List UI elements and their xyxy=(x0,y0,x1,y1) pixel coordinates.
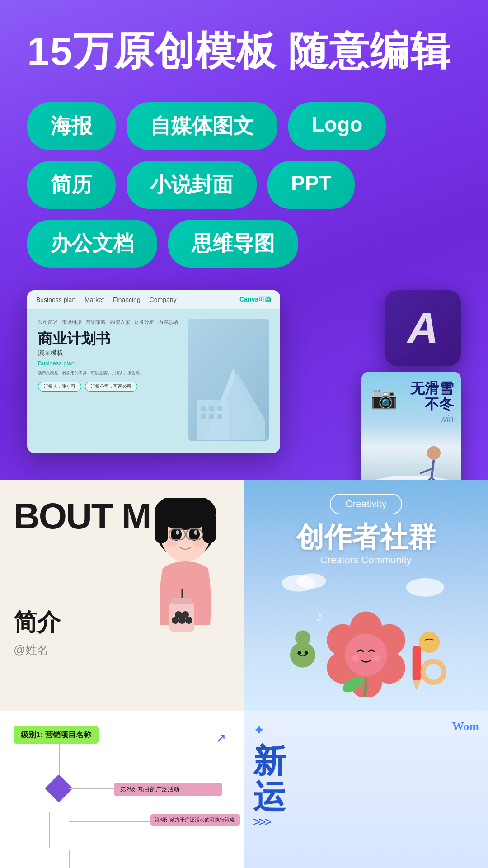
adobe-letter: A xyxy=(407,303,438,353)
mindmap-node-2: 第2级: 项目的广泛活动 xyxy=(114,783,222,796)
biz-nav: Business plan Market Financing Company xyxy=(36,296,177,303)
svg-point-36 xyxy=(182,611,189,618)
svg-point-22 xyxy=(176,530,179,535)
biz-nav-item-1: Business plan xyxy=(36,296,75,303)
biz-tag-company: 汇报公司：可画公司 xyxy=(85,382,137,392)
bottom-grid: BOUT M xyxy=(0,480,488,868)
biz-nav-item-3: Financing xyxy=(113,296,141,303)
sparkle-icon: ✦ xyxy=(253,722,265,739)
women-card: ✦ 新 运 >>> Wom xyxy=(244,711,488,868)
camera-icon: 📷 xyxy=(371,385,398,410)
mindmap-vline-1 xyxy=(59,742,60,778)
biz-main-title: 商业计划书 xyxy=(38,330,179,347)
mindmap-root: 级别1: 营销项目名称 xyxy=(14,726,99,744)
svg-point-52 xyxy=(290,642,315,667)
mindmap-card: 级别1: 营销项目名称 第2级: 项目的广泛活动 示例：受众研究 第3级: 致力… xyxy=(0,711,244,868)
svg-rect-2 xyxy=(197,400,229,440)
ski-line1: 无滑雪 xyxy=(410,381,454,396)
svg-rect-5 xyxy=(217,406,222,411)
biz-tag-reporter: 汇报人：张小可 xyxy=(38,382,81,392)
svg-point-23 xyxy=(194,530,197,535)
svg-point-35 xyxy=(175,611,182,618)
svg-point-27 xyxy=(166,540,177,547)
mindmap-hline-2 xyxy=(69,850,70,868)
svg-rect-19 xyxy=(202,512,216,543)
hero-section: 15万原创模板 随意编辑 海报 自媒体图文 Logo 简历 小说封面 PPT 办… xyxy=(0,0,488,480)
svg-point-48 xyxy=(345,634,387,676)
biz-english: Business plan xyxy=(38,360,179,367)
tag-grid: 海报 自媒体图文 Logo 简历 小说封面 PPT 办公文档 思维导图 xyxy=(27,102,461,268)
building-svg xyxy=(197,359,269,441)
svg-point-49 xyxy=(352,655,359,661)
svg-rect-57 xyxy=(413,646,421,680)
svg-text:♪: ♪ xyxy=(315,608,323,624)
tag-mindmap[interactable]: 思维导图 xyxy=(168,220,298,268)
svg-point-39 xyxy=(296,573,326,589)
biz-plan-card[interactable]: Business plan Market Financing Company C… xyxy=(27,290,280,453)
creator-title-en: Creators Community xyxy=(320,554,412,566)
svg-point-20 xyxy=(171,528,182,541)
biz-footer-url: www.canva.com xyxy=(242,453,271,453)
svg-rect-4 xyxy=(209,406,214,411)
wom-label: Wom xyxy=(452,720,479,733)
svg-line-12 xyxy=(420,469,432,473)
tag-office[interactable]: 办公文档 xyxy=(27,220,157,268)
svg-rect-6 xyxy=(201,414,206,419)
ski-text: 无滑雪 不冬 win xyxy=(410,381,454,425)
hero-title: 15万原创模板 随意编辑 xyxy=(27,27,461,75)
mindmap-inner: 级别1: 营销项目名称 第2级: 项目的广泛活动 示例：受众研究 第3级: 致力… xyxy=(9,722,235,868)
about-handle: @姓名 xyxy=(14,642,230,658)
mindmap-vline-2 xyxy=(49,812,50,848)
biz-footer: www.canva.com xyxy=(27,450,280,453)
svg-rect-18 xyxy=(155,512,168,543)
biz-tags-row: 汇报人：张小可 汇报公司：可画公司 xyxy=(38,382,179,392)
svg-point-50 xyxy=(373,655,380,661)
svg-rect-7 xyxy=(209,414,214,419)
ski-line2: 不冬 xyxy=(410,396,454,412)
biz-nav-item-4: Company xyxy=(150,296,177,303)
biz-card-body: 公司简述 · 市场概括 · 营销策略 · 融资方案 · 财务分析 · 内容总结 … xyxy=(27,310,280,450)
anime-girl-illustration xyxy=(136,498,235,643)
tag-logo[interactable]: Logo xyxy=(288,102,386,150)
template-preview-area: Business plan Market Financing Company C… xyxy=(27,290,461,462)
creator-card: Creativity 创作者社群 Creators Community xyxy=(244,480,488,711)
creator-svg: ♪ xyxy=(255,571,477,697)
biz-nav-item-2: Market xyxy=(84,296,104,303)
ski-win-text: win xyxy=(410,414,454,425)
ski-poster-card[interactable]: 📷 无滑雪 不冬 win xyxy=(361,372,461,498)
mindmap-hline-1 xyxy=(69,788,114,789)
svg-point-10 xyxy=(427,446,441,460)
tag-media[interactable]: 自媒体图文 xyxy=(127,102,277,150)
tag-ppt[interactable]: PPT xyxy=(267,161,355,209)
arrow-icon: ↗ xyxy=(216,731,226,745)
tag-resume[interactable]: 简历 xyxy=(27,161,116,209)
svg-point-56 xyxy=(419,632,440,653)
women-title-line2: 运 xyxy=(253,779,286,815)
svg-rect-30 xyxy=(172,598,192,604)
svg-rect-8 xyxy=(217,414,222,419)
mindmap-node-3: 第3级: 致力于广泛活动的可执行策略 xyxy=(150,814,240,826)
biz-content: 公司简述 · 市场概括 · 营销策略 · 融资方案 · 财务分析 · 内容总结 … xyxy=(38,319,179,441)
svg-rect-3 xyxy=(201,406,206,411)
biz-card-header: Business plan Market Financing Company C… xyxy=(27,290,280,310)
creator-title-zh: 创作者社群 xyxy=(296,522,436,552)
svg-point-55 xyxy=(305,651,308,654)
biz-breadcrumb: 公司简述 · 市场概括 · 营销策略 · 融资方案 · 财务分析 · 内容总结 xyxy=(38,319,179,326)
creator-illustration: ♪ xyxy=(255,571,477,697)
adobe-icon-card[interactable]: A xyxy=(385,290,461,366)
biz-sub-title: 演示模板 xyxy=(38,349,179,357)
svg-point-28 xyxy=(193,540,204,547)
biz-logo: Canva可画 xyxy=(239,296,271,304)
tag-novel[interactable]: 小说封面 xyxy=(127,161,257,209)
svg-point-21 xyxy=(189,528,200,541)
anime-girl-svg xyxy=(136,498,235,643)
tag-poster[interactable]: 海报 xyxy=(27,102,116,150)
women-arrows: >>> xyxy=(253,815,270,829)
about-card: BOUT M xyxy=(0,480,244,711)
biz-desc: 演示文稿是一种实用的工具，可以是演讲、演讲、报告等。 xyxy=(38,370,179,377)
svg-line-11 xyxy=(432,460,434,478)
ski-card-inner: 📷 无滑雪 不冬 win xyxy=(361,372,461,498)
creativity-badge: Creativity xyxy=(330,494,402,514)
bottom-section: BOUT M xyxy=(0,480,488,868)
biz-image-area xyxy=(188,319,269,441)
